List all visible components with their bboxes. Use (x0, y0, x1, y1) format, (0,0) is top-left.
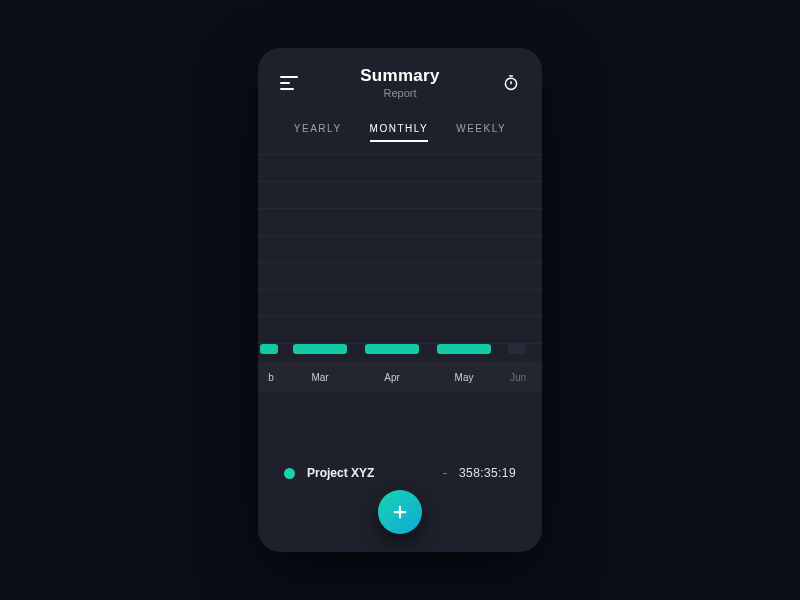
tab-yearly[interactable]: YEARLY (294, 123, 342, 140)
bar (293, 344, 347, 354)
add-button[interactable] (378, 490, 422, 534)
project-row[interactable]: Project XYZ - 358:35:19 (258, 466, 542, 480)
tabs: YEARLY MONTHLY WEEKLY (258, 123, 542, 150)
bar (260, 344, 278, 354)
plus-icon (391, 503, 409, 521)
bar (437, 344, 491, 354)
bar (365, 344, 419, 354)
page-title: Summary Report (360, 66, 440, 99)
tab-monthly[interactable]: MONTHLY (370, 123, 429, 140)
header: Summary Report (258, 48, 542, 105)
project-time: 358:35:19 (459, 466, 516, 480)
month-label: b (258, 372, 284, 383)
title-main: Summary (360, 66, 440, 86)
month-axis[interactable]: b Mar Apr May Jun (258, 362, 542, 392)
chart-gridlines (258, 154, 542, 344)
project-color-dot (284, 468, 295, 479)
menu-icon[interactable] (280, 72, 298, 94)
month-label: May (428, 372, 500, 383)
month-label: Jun (500, 372, 526, 383)
app-screen: Summary Report YEARLY MONTHLY WEEKLY (258, 48, 542, 552)
tab-weekly[interactable]: WEEKLY (456, 123, 506, 140)
month-label: Apr (356, 372, 428, 383)
project-separator: - (443, 466, 447, 480)
month-label: Mar (284, 372, 356, 383)
chart-area: b Mar Apr May Jun Project XYZ - 358:35:1… (258, 154, 542, 552)
timer-icon[interactable] (502, 74, 520, 92)
project-name: Project XYZ (307, 466, 374, 480)
title-subtitle: Report (360, 87, 440, 99)
bar (508, 344, 526, 354)
